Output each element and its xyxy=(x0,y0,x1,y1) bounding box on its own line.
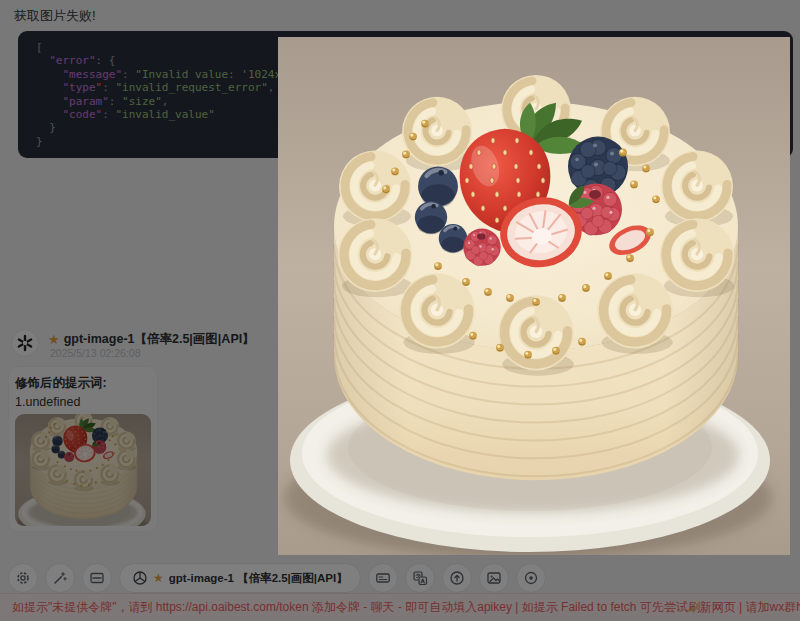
lightbox-image[interactable] xyxy=(278,37,790,555)
cake-photo xyxy=(278,37,790,555)
chat-app: 获取图片失败! [ "error": { "message": "Invalid… xyxy=(0,0,800,621)
